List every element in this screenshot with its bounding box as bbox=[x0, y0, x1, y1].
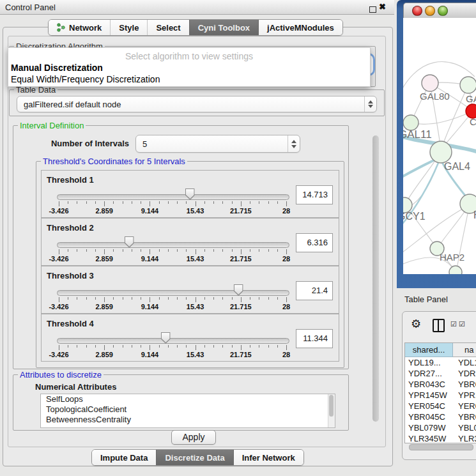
slider-tick bbox=[222, 249, 223, 252]
slider-tick-label: 9.144 bbox=[141, 303, 159, 311]
slider-tick bbox=[123, 249, 123, 252]
threshold-2-slider-thumb[interactable] bbox=[125, 236, 134, 248]
threshold-3-slider-thumb[interactable] bbox=[234, 284, 243, 296]
node-label: GAL11 bbox=[403, 128, 432, 141]
table-horizontal-scrollbar[interactable] bbox=[409, 444, 473, 450]
checkbox-icon[interactable]: ☑ bbox=[459, 320, 465, 328]
slider-tick bbox=[95, 297, 96, 300]
node-bottom[interactable] bbox=[449, 266, 462, 274]
node-gal80[interactable] bbox=[422, 75, 438, 91]
network-nodes[interactable] bbox=[403, 75, 476, 274]
tab-discretize-data[interactable]: Discretize Data bbox=[156, 450, 233, 465]
slider-tick-label: 28 bbox=[282, 351, 290, 358]
checkbox-icon[interactable]: ☑ bbox=[450, 320, 457, 328]
threshold-1-value-field[interactable]: 14.713 bbox=[296, 185, 333, 204]
zoom-traffic-light-icon[interactable] bbox=[438, 6, 448, 16]
cell-shared-name[interactable]: YBR045C bbox=[405, 411, 452, 422]
cell-shared-name[interactable]: YBL079W bbox=[405, 422, 452, 433]
slider-tick bbox=[159, 201, 160, 204]
split-columns-icon[interactable] bbox=[433, 319, 445, 332]
slider-tick-label: 9.144 bbox=[141, 351, 159, 358]
panel-scrollbar-thumb[interactable] bbox=[372, 135, 379, 422]
cell-shared-name[interactable]: YDL19... bbox=[405, 357, 452, 368]
slider-tick bbox=[150, 249, 150, 254]
slider-tick bbox=[177, 249, 178, 252]
algorithm-option-manual[interactable]: Manual Discretization bbox=[11, 63, 103, 73]
table-row[interactable]: YLR345WYLR3 bbox=[405, 433, 476, 443]
slider-tick bbox=[86, 201, 87, 204]
table-row[interactable]: YDR27...YDR2 bbox=[405, 368, 476, 379]
cell-shared-name[interactable]: YPR145W bbox=[405, 390, 452, 401]
table-data-combobox[interactable]: galFiltered.sif default node bbox=[17, 96, 377, 112]
slider-tick bbox=[232, 249, 233, 252]
cell-shared-name[interactable]: YER054C bbox=[405, 401, 452, 411]
combo-stepper-icon bbox=[288, 135, 300, 152]
table-row[interactable]: YBR045CYBR0 bbox=[405, 411, 476, 422]
table-row[interactable]: YBR043CYBR0 bbox=[405, 379, 476, 390]
threshold-3-value-field[interactable]: 21.4 bbox=[296, 281, 333, 300]
tab-cyni-toolbox[interactable]: Cyni Toolbox bbox=[189, 20, 258, 35]
gear-icon[interactable]: ⚙ bbox=[411, 317, 421, 331]
slider-tick bbox=[177, 201, 178, 204]
threshold-4-tick-labels: -3.4262.8599.14415.4321.71528 bbox=[59, 351, 286, 358]
slider-tick bbox=[132, 249, 132, 252]
attribute-list-item[interactable]: SelfLoops bbox=[41, 394, 335, 404]
slider-tick bbox=[213, 249, 214, 252]
num-intervals-combobox[interactable]: 5 bbox=[135, 135, 300, 153]
cell-shared-name[interactable]: YLR345W bbox=[405, 433, 452, 443]
slider-tick-label: 9.144 bbox=[141, 207, 159, 215]
threshold-1-slider-thumb[interactable] bbox=[185, 188, 195, 200]
tab-select[interactable]: Select bbox=[147, 20, 188, 35]
node-ga[interactable] bbox=[460, 77, 476, 93]
threshold-3-tick-labels: -3.4262.8599.14415.4321.71528 bbox=[59, 303, 286, 311]
minimize-traffic-light-icon[interactable] bbox=[425, 6, 435, 16]
table-row[interactable]: YDL19...YDL1 bbox=[405, 357, 476, 368]
algorithm-prompt-item[interactable]: Select algorithm to view settings bbox=[8, 51, 370, 61]
node-attribute-table[interactable]: shared... na YDL19...YDL1YDR27...YDR2YBR… bbox=[404, 342, 476, 443]
attributes-list-scrollbar[interactable] bbox=[328, 394, 335, 427]
tab-jactivemnodules[interactable]: jActiveMNodules bbox=[258, 20, 342, 35]
network-view-canvas[interactable]: GAL80 GA C GAL11 GAL4 GCY1 H HAP2 bbox=[403, 18, 476, 274]
tab-cyni-toolbox-label: Cyni Toolbox bbox=[198, 23, 250, 33]
cell-name[interactable]: YBL0 bbox=[452, 422, 476, 433]
cell-shared-name[interactable]: YDR27... bbox=[405, 368, 452, 379]
table-row[interactable]: YPR145WYPR1 bbox=[405, 390, 476, 401]
attribute-list-item[interactable]: TopologicalCoefficient bbox=[41, 404, 335, 415]
application-window: Control Panel ✖ Network Style Select Cyn… bbox=[0, 0, 476, 476]
float-window-icon[interactable] bbox=[369, 6, 376, 13]
table-row[interactable]: YER054CYER0 bbox=[405, 401, 476, 411]
slider-tick bbox=[286, 345, 287, 350]
threshold-2-value-field[interactable]: 6.316 bbox=[296, 233, 333, 252]
slider-tick bbox=[213, 345, 214, 348]
table-row[interactable]: YBL079WYBL0 bbox=[405, 422, 476, 433]
tab-impute-data[interactable]: Impute Data bbox=[92, 450, 156, 465]
cell-name[interactable]: YER0 bbox=[452, 401, 476, 411]
cell-name[interactable]: YPR1 bbox=[452, 390, 476, 401]
close-icon[interactable]: ✖ bbox=[379, 2, 386, 12]
attributes-scrollbar-thumb[interactable] bbox=[329, 395, 334, 417]
column-header-shared-name[interactable]: shared... bbox=[405, 343, 453, 357]
column-header-name[interactable]: na bbox=[453, 343, 476, 357]
attribute-list-item[interactable]: BetweennessCentrality bbox=[41, 415, 335, 425]
node-gal4[interactable] bbox=[430, 141, 452, 163]
cell-name[interactable]: YDR2 bbox=[452, 368, 476, 379]
cell-shared-name[interactable]: YBR043C bbox=[405, 379, 452, 390]
cell-name[interactable]: YDL1 bbox=[452, 357, 476, 368]
close-traffic-light-icon[interactable] bbox=[412, 6, 422, 16]
slider-tick bbox=[141, 249, 141, 252]
cell-name[interactable]: YBR0 bbox=[452, 379, 476, 390]
threshold-4-slider-thumb[interactable] bbox=[161, 332, 171, 344]
threshold-4-value-field[interactable]: 11.344 bbox=[296, 329, 333, 348]
tab-infer-network[interactable]: Infer Network bbox=[233, 450, 303, 465]
tab-network[interactable]: Network bbox=[49, 20, 110, 35]
slider-tick bbox=[196, 345, 196, 350]
numerical-attributes-list[interactable]: SelfLoopsTopologicalCoefficientBetweenne… bbox=[40, 394, 335, 428]
algorithm-option-equal-width[interactable]: Equal Width/Frequency Discretization bbox=[11, 74, 160, 84]
num-intervals-label: Number of Intervals bbox=[38, 139, 129, 148]
cell-name[interactable]: YBR0 bbox=[452, 411, 476, 422]
network-window-titlebar[interactable] bbox=[403, 3, 476, 19]
slider-tick bbox=[68, 345, 68, 348]
cell-name[interactable]: YLR3 bbox=[452, 433, 476, 443]
apply-button[interactable]: Apply bbox=[171, 430, 216, 445]
tab-style[interactable]: Style bbox=[110, 20, 147, 35]
